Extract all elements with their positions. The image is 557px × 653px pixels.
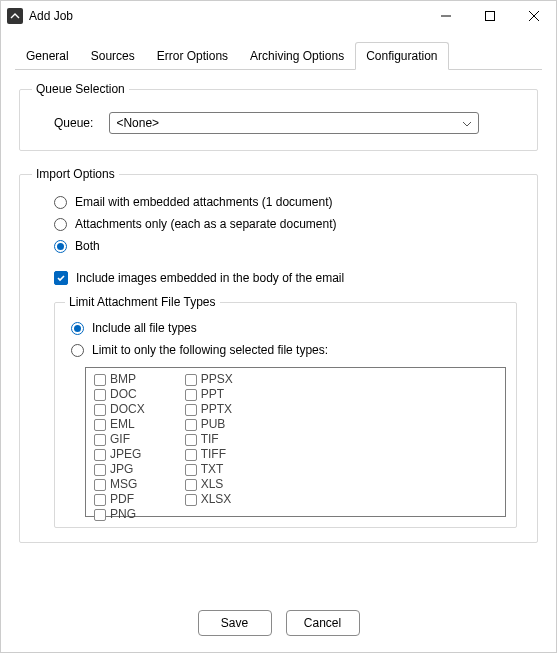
queue-selection-group: Queue Selection Queue: <None> <box>19 82 538 151</box>
file-type-label: JPEG <box>110 447 141 462</box>
file-type-label: EML <box>110 417 135 432</box>
maximize-button[interactable] <box>468 1 512 31</box>
file-type-item[interactable]: TIFF <box>185 447 233 462</box>
tab-general[interactable]: General <box>15 42 80 70</box>
tab-panel-configuration: Queue Selection Queue: <None> Import Opt… <box>15 70 542 543</box>
file-type-label: XLS <box>201 477 224 492</box>
file-types-listbox[interactable]: BMPDOCDOCXEMLGIFJPEGJPGMSGPDFPNG PPSXPPT… <box>85 367 506 517</box>
radio-email-embedded[interactable] <box>54 196 67 209</box>
file-type-checkbox[interactable] <box>94 509 106 521</box>
file-type-checkbox[interactable] <box>185 374 197 386</box>
file-type-checkbox[interactable] <box>94 479 106 491</box>
radio-include-all-label: Include all file types <box>92 321 197 335</box>
file-type-label: MSG <box>110 477 137 492</box>
dialog-footer: Save Cancel <box>1 594 556 652</box>
file-type-item[interactable]: BMP <box>94 372 145 387</box>
file-type-item[interactable]: PNG <box>94 507 145 522</box>
queue-select-value: <None> <box>116 116 159 130</box>
radio-limit-selected[interactable] <box>71 344 84 357</box>
save-button[interactable]: Save <box>198 610 272 636</box>
file-type-checkbox[interactable] <box>94 449 106 461</box>
limit-file-types-group: Limit Attachment File Types Include all … <box>54 295 517 528</box>
import-options-legend: Import Options <box>32 167 119 181</box>
file-type-label: DOC <box>110 387 137 402</box>
queue-selection-legend: Queue Selection <box>32 82 129 96</box>
close-button[interactable] <box>512 1 556 31</box>
file-type-item[interactable]: MSG <box>94 477 145 492</box>
file-type-checkbox[interactable] <box>185 449 197 461</box>
file-type-item[interactable]: DOCX <box>94 402 145 417</box>
svg-rect-1 <box>486 12 495 21</box>
file-type-item[interactable]: PUB <box>185 417 233 432</box>
titlebar: Add Job <box>1 1 556 31</box>
file-type-label: PUB <box>201 417 226 432</box>
file-type-label: PNG <box>110 507 136 522</box>
radio-attachments-only-label: Attachments only (each as a separate doc… <box>75 217 336 231</box>
file-type-item[interactable]: GIF <box>94 432 145 447</box>
file-type-item[interactable]: TIF <box>185 432 233 447</box>
file-type-item[interactable]: JPG <box>94 462 145 477</box>
file-type-item[interactable]: XLS <box>185 477 233 492</box>
app-icon <box>7 8 23 24</box>
file-type-item[interactable]: PPT <box>185 387 233 402</box>
file-type-label: PPSX <box>201 372 233 387</box>
tab-sources[interactable]: Sources <box>80 42 146 70</box>
file-type-item[interactable]: PDF <box>94 492 145 507</box>
radio-both[interactable] <box>54 240 67 253</box>
dialog-window: Add Job General Sources Error Options Ar… <box>0 0 557 653</box>
file-type-checkbox[interactable] <box>185 479 197 491</box>
checkbox-include-images[interactable] <box>54 271 68 285</box>
file-type-label: TXT <box>201 462 224 477</box>
tab-strip: General Sources Error Options Archiving … <box>15 41 542 70</box>
tab-archiving-options[interactable]: Archiving Options <box>239 42 355 70</box>
file-type-checkbox[interactable] <box>185 404 197 416</box>
file-type-label: XLSX <box>201 492 232 507</box>
file-type-label: PPT <box>201 387 224 402</box>
file-type-checkbox[interactable] <box>94 419 106 431</box>
file-type-label: TIF <box>201 432 219 447</box>
file-type-label: DOCX <box>110 402 145 417</box>
file-type-checkbox[interactable] <box>185 494 197 506</box>
file-type-checkbox[interactable] <box>185 434 197 446</box>
file-type-checkbox[interactable] <box>185 464 197 476</box>
queue-select[interactable]: <None> <box>109 112 479 134</box>
limit-file-types-legend: Limit Attachment File Types <box>65 295 220 309</box>
file-type-checkbox[interactable] <box>185 389 197 401</box>
radio-email-embedded-label: Email with embedded attachments (1 docum… <box>75 195 332 209</box>
file-type-item[interactable]: PPSX <box>185 372 233 387</box>
file-type-checkbox[interactable] <box>94 374 106 386</box>
queue-label: Queue: <box>54 116 93 130</box>
file-type-item[interactable]: XLSX <box>185 492 233 507</box>
file-type-item[interactable]: EML <box>94 417 145 432</box>
window-title: Add Job <box>29 9 424 23</box>
import-options-group: Import Options Email with embedded attac… <box>19 167 538 543</box>
file-type-checkbox[interactable] <box>94 389 106 401</box>
file-type-label: TIFF <box>201 447 226 462</box>
file-type-item[interactable]: DOC <box>94 387 145 402</box>
file-type-label: PDF <box>110 492 134 507</box>
file-type-label: BMP <box>110 372 136 387</box>
content-area: General Sources Error Options Archiving … <box>1 31 556 594</box>
radio-include-all[interactable] <box>71 322 84 335</box>
radio-limit-selected-label: Limit to only the following selected fil… <box>92 343 328 357</box>
file-type-checkbox[interactable] <box>94 464 106 476</box>
file-type-checkbox[interactable] <box>94 494 106 506</box>
file-types-column-1: BMPDOCDOCXEMLGIFJPEGJPGMSGPDFPNG <box>94 372 145 522</box>
file-type-checkbox[interactable] <box>185 419 197 431</box>
checkbox-include-images-label: Include images embedded in the body of t… <box>76 271 344 285</box>
chevron-down-icon <box>462 116 472 130</box>
file-type-item[interactable]: TXT <box>185 462 233 477</box>
file-type-label: JPG <box>110 462 133 477</box>
file-types-column-2: PPSXPPTPPTXPUBTIFTIFFTXTXLSXLSX <box>185 372 233 522</box>
file-type-item[interactable]: JPEG <box>94 447 145 462</box>
file-type-checkbox[interactable] <box>94 404 106 416</box>
radio-both-label: Both <box>75 239 100 253</box>
file-type-label: PPTX <box>201 402 232 417</box>
file-type-item[interactable]: PPTX <box>185 402 233 417</box>
tab-configuration[interactable]: Configuration <box>355 42 448 70</box>
radio-attachments-only[interactable] <box>54 218 67 231</box>
cancel-button[interactable]: Cancel <box>286 610 360 636</box>
minimize-button[interactable] <box>424 1 468 31</box>
file-type-checkbox[interactable] <box>94 434 106 446</box>
tab-error-options[interactable]: Error Options <box>146 42 239 70</box>
